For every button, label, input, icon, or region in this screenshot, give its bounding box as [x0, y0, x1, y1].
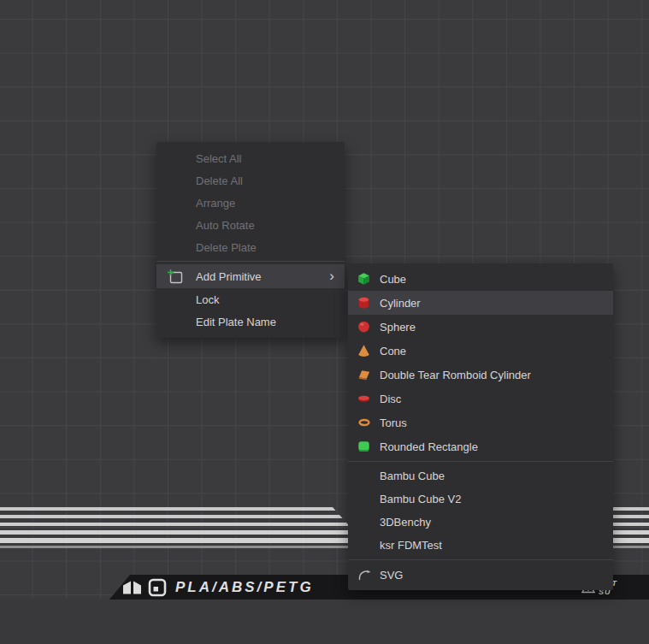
submenu-item-label: Double Tear Romboid Cylinder: [380, 369, 531, 381]
submenu-item-label: Cylinder: [380, 297, 421, 310]
submenu-item-label: 3DBenchy: [380, 516, 431, 529]
torus-icon: [357, 417, 371, 429]
add-primitive-icon: [167, 269, 184, 284]
submenu-item-label: Cone: [380, 345, 406, 357]
submenu-item-cone[interactable]: Cone: [348, 339, 613, 363]
submenu-item-bambu-cube-v2[interactable]: Bambu Cube V2: [348, 487, 613, 511]
submenu-item-double-tear-romboid-cylinder[interactable]: Double Tear Romboid Cylinder: [348, 363, 613, 387]
menu-item-select-all: Select All: [156, 147, 345, 169]
menu-item-add-primitive[interactable]: Add Primitive ›: [156, 264, 345, 288]
submenu-item-ksr-fdmtest[interactable]: ksr FDMTest: [348, 534, 613, 557]
submenu-item-label: Bambu Cube: [380, 470, 445, 482]
cylinder-icon: [357, 296, 370, 310]
menu-separator: [348, 559, 613, 560]
submenu-item-disc[interactable]: Disc: [348, 387, 613, 411]
menu-item-label: Add Primitive: [196, 270, 262, 283]
menu-item-delete-all: Delete All: [156, 169, 345, 192]
submenu-item-label: Cube: [380, 273, 406, 286]
submenu-arrow-icon: ›: [329, 269, 334, 283]
menu-item-arrange: Arrange: [156, 192, 345, 214]
submenu-item-label: ksr FDMTest: [380, 539, 442, 552]
plate-material-label: PLA/ABS/PETG: [175, 579, 314, 596]
submenu-item-label: Sphere: [380, 321, 416, 334]
plate-front-face: [0, 599, 649, 644]
viewport-3d[interactable]: PLA/ABS/PETG HOT SU Select All Delete Al…: [0, 0, 649, 644]
menu-separator: [348, 461, 613, 462]
plate-logo-icon: [148, 578, 167, 597]
submenu-item-rounded-rectangle[interactable]: Rounded Rectangle: [348, 434, 613, 458]
menu-item-label: Auto Rotate: [196, 219, 255, 232]
submenu-item-label: Torus: [380, 417, 407, 429]
submenu-item-torus[interactable]: Torus: [348, 411, 613, 434]
submenu-item-label: SVG: [380, 569, 403, 582]
romboid-cylinder-icon: [357, 369, 371, 381]
submenu-item-sphere[interactable]: Sphere: [348, 315, 613, 339]
menu-item-delete-plate: Delete Plate: [156, 236, 345, 258]
plate-stripes-left: [0, 507, 369, 548]
rounded-rectangle-icon: [357, 440, 370, 453]
menu-separator: [156, 261, 345, 262]
bambu-logo-icon: [122, 580, 143, 594]
menu-item-auto-rotate: Auto Rotate: [156, 214, 345, 236]
cone-icon: [357, 345, 370, 357]
plate-context-menu: Select All Delete All Arrange Auto Rotat…: [156, 142, 345, 338]
submenu-item-bambu-cube[interactable]: Bambu Cube: [348, 464, 613, 487]
sphere-icon: [357, 321, 370, 334]
submenu-item-3dbenchy[interactable]: 3DBenchy: [348, 511, 613, 534]
submenu-item-label: Rounded Rectangle: [380, 440, 478, 453]
menu-item-lock[interactable]: Lock: [156, 288, 345, 310]
disc-icon: [357, 393, 370, 405]
menu-item-label: Delete Plate: [196, 241, 257, 254]
submenu-item-cylinder[interactable]: Cylinder: [348, 291, 613, 315]
cube-icon: [357, 272, 370, 286]
menu-item-label: Edit Plate Name: [196, 316, 276, 328]
submenu-item-svg[interactable]: SVG: [348, 563, 613, 587]
submenu-item-label: Bambu Cube V2: [380, 493, 461, 505]
submenu-item-cube[interactable]: Cube: [348, 267, 613, 291]
svg-icon: [357, 568, 372, 582]
menu-item-label: Lock: [196, 293, 219, 306]
menu-item-label: Delete All: [196, 174, 243, 187]
add-primitive-submenu: Cube Cylinder Sphere: [348, 263, 613, 590]
menu-item-label: Select All: [196, 152, 241, 165]
submenu-item-label: Disc: [380, 393, 401, 405]
menu-item-edit-plate-name[interactable]: Edit Plate Name: [156, 310, 345, 333]
menu-item-label: Arrange: [196, 197, 235, 210]
